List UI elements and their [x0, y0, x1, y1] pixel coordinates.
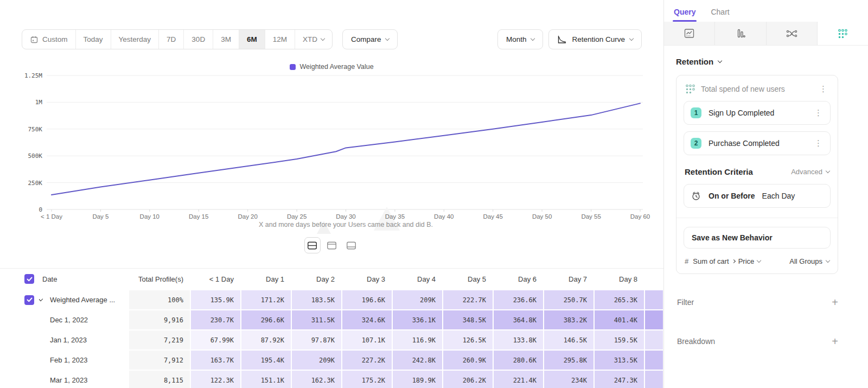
- retention-chart: 0250K500K750K1M1.25M< 1 DayDay 5Day 10Da…: [0, 71, 663, 234]
- retention-value-cell[interactable]: 313.5K: [595, 351, 644, 370]
- add-breakdown-button[interactable]: +: [832, 336, 838, 347]
- range-custom[interactable]: Custom: [22, 30, 75, 49]
- retention-value-cell[interactable]: 209K: [292, 351, 341, 370]
- retention-value-cell[interactable]: 87.92K: [241, 330, 291, 349]
- retention-value-cell[interactable]: 126.5K: [443, 330, 493, 349]
- retention-value-cell[interactable]: 97.87K: [292, 330, 341, 349]
- retention-value-cell[interactable]: 348.5K: [443, 310, 493, 329]
- groups-select[interactable]: All Groups: [789, 257, 829, 265]
- retention-value-cell[interactable]: 336.1K: [393, 310, 442, 329]
- retention-value-cell[interactable]: 209K: [393, 290, 442, 309]
- tab-query[interactable]: Query: [674, 8, 695, 22]
- retention-value-cell[interactable]: 189.9K: [393, 371, 442, 388]
- report-type-active-cell[interactable]: [818, 22, 868, 45]
- retention-value-cell[interactable]: 163.7K: [191, 351, 240, 370]
- retention-value-cell[interactable]: 196.6K: [342, 290, 392, 309]
- range-12m[interactable]: 12M: [265, 30, 295, 49]
- retention-value-cell[interactable]: 175.2K: [342, 371, 392, 388]
- tab-chart[interactable]: Chart: [711, 8, 729, 22]
- granularity-label: Month: [506, 35, 527, 43]
- save-as-new-behavior-button[interactable]: Save as New Behavior: [684, 227, 831, 249]
- granularity-select[interactable]: Month: [497, 29, 544, 49]
- retention-value-cell[interactable]: 242.8K: [393, 351, 442, 370]
- table-row[interactable]: Feb 1, 20237,912163.7K195.4K209K227.2K24…: [0, 351, 663, 370]
- report-type-cell[interactable]: [715, 22, 766, 45]
- retention-value-cell[interactable]: 280.6K: [494, 351, 543, 370]
- add-filter-button[interactable]: +: [832, 297, 838, 308]
- range-xtd[interactable]: XTD: [295, 30, 332, 49]
- retention-value-cell[interactable]: 260.9K: [443, 351, 493, 370]
- table-row[interactable]: Mar 1, 20238,115122.3K151.1K162.3K175.2K…: [0, 371, 663, 388]
- retention-value-cell[interactable]: 311.5K: [292, 310, 341, 329]
- svg-text:Day 10: Day 10: [140, 213, 159, 220]
- table-row[interactable]: Dec 1, 20229,916230.7K296.6K311.5K324.6K…: [0, 310, 663, 329]
- retention-value-cell[interactable]: 364.8K: [494, 310, 543, 329]
- behavior-step[interactable]: 1Sign Up Completed⋮: [684, 101, 831, 125]
- compare-button[interactable]: Compare: [342, 29, 398, 49]
- row-checkbox[interactable]: [24, 295, 34, 305]
- kebab-menu-icon[interactable]: ⋮: [812, 108, 825, 118]
- range-6m[interactable]: 6M: [239, 30, 265, 49]
- retention-value-cell[interactable]: 159.5K: [595, 330, 644, 349]
- view-selector[interactable]: Retention: [676, 57, 868, 66]
- total-profiles-cell[interactable]: 100%: [129, 290, 190, 309]
- chart-legend[interactable]: Weighted Average Value: [0, 62, 663, 71]
- kebab-menu-icon[interactable]: ⋮: [817, 84, 829, 94]
- retention-value-cell[interactable]: 296.6K: [241, 310, 291, 329]
- retention-value-cell[interactable]: 265.3K: [595, 290, 644, 309]
- retention-value-cell[interactable]: 171.2K: [241, 290, 291, 309]
- behavior-step[interactable]: 2Purchase Completed⋮: [684, 131, 831, 155]
- retention-value-cell[interactable]: 236.6K: [494, 290, 543, 309]
- report-type-cell[interactable]: [664, 22, 715, 45]
- retention-value-cell[interactable]: 183.5K: [292, 290, 341, 309]
- retention-value-cell[interactable]: 116.9K: [393, 330, 442, 349]
- total-profiles-cell[interactable]: 7,219: [129, 330, 190, 349]
- range-yesterday[interactable]: Yesterday: [111, 30, 159, 49]
- retention-value-cell[interactable]: 67.99K: [191, 330, 240, 349]
- row-expand-chevron[interactable]: [39, 299, 50, 301]
- chevron-down-icon: [39, 297, 43, 301]
- table-layout-bottom-button[interactable]: [343, 237, 360, 253]
- retention-value-cell[interactable]: 195.4K: [241, 351, 291, 370]
- retention-value-cell[interactable]: 401.4K: [595, 310, 644, 329]
- retention-value-cell[interactable]: 122.3K: [191, 371, 240, 388]
- retention-value-cell[interactable]: 230.7K: [191, 310, 240, 329]
- select-all-checkbox[interactable]: [24, 274, 34, 284]
- retention-value-cell[interactable]: 324.6K: [342, 310, 392, 329]
- range-3m[interactable]: 3M: [213, 30, 239, 49]
- total-profiles-cell[interactable]: 7,912: [129, 351, 190, 370]
- retention-value-cell[interactable]: 162.3K: [292, 371, 341, 388]
- table-row[interactable]: Jan 1, 20237,21967.99K87.92K97.87K107.1K…: [0, 330, 663, 349]
- range-today[interactable]: Today: [75, 30, 111, 49]
- retention-value-cell[interactable]: 206.2K: [443, 371, 493, 388]
- timing-row[interactable]: On or Before Each Day: [684, 184, 831, 208]
- range-7d[interactable]: 7D: [158, 30, 183, 49]
- range-30d[interactable]: 30D: [183, 30, 213, 49]
- total-profiles-cell[interactable]: 9,916: [129, 310, 190, 329]
- retention-value-cell[interactable]: 250.7K: [544, 290, 593, 309]
- row-label-cell: Jan 1, 2023: [39, 330, 128, 349]
- retention-value-cell[interactable]: 146.5K: [544, 330, 593, 349]
- kebab-menu-icon[interactable]: ⋮: [812, 138, 825, 149]
- retention-value-cell[interactable]: 227.2K: [342, 351, 392, 370]
- table-layout-top-button[interactable]: [324, 237, 340, 253]
- retention-value-cell[interactable]: 234K: [544, 371, 593, 388]
- table-row[interactable]: Weighted Average ...100%135.9K171.2K183.…: [0, 290, 663, 309]
- criteria-mode-select[interactable]: Advanced: [791, 168, 829, 176]
- measure-select[interactable]: Sum of cart Price: [693, 257, 761, 265]
- retention-value-cell[interactable]: 151.1K: [241, 371, 291, 388]
- retention-value-cell[interactable]: 133.8K: [494, 330, 543, 349]
- retention-value-cell[interactable]: 107.1K: [342, 330, 392, 349]
- retention-value-cell[interactable]: 221.4K: [494, 371, 543, 388]
- retention-value-cell[interactable]: 383.2K: [544, 310, 593, 329]
- table-layout-split-button[interactable]: [304, 237, 321, 253]
- retention-value-cell[interactable]: 222.7K: [443, 290, 493, 309]
- retention-value-cell[interactable]: 135.9K: [191, 290, 240, 309]
- section-label: Breakdown: [677, 337, 715, 346]
- retention-value-cell[interactable]: 295.8K: [544, 351, 593, 370]
- report-type-cell[interactable]: [767, 22, 818, 45]
- chart-type-select[interactable]: Retention Curve: [548, 29, 642, 49]
- retention-value-sliver: [645, 351, 663, 370]
- total-profiles-cell[interactable]: 8,115: [129, 371, 190, 388]
- retention-value-cell[interactable]: 247.3K: [595, 371, 644, 388]
